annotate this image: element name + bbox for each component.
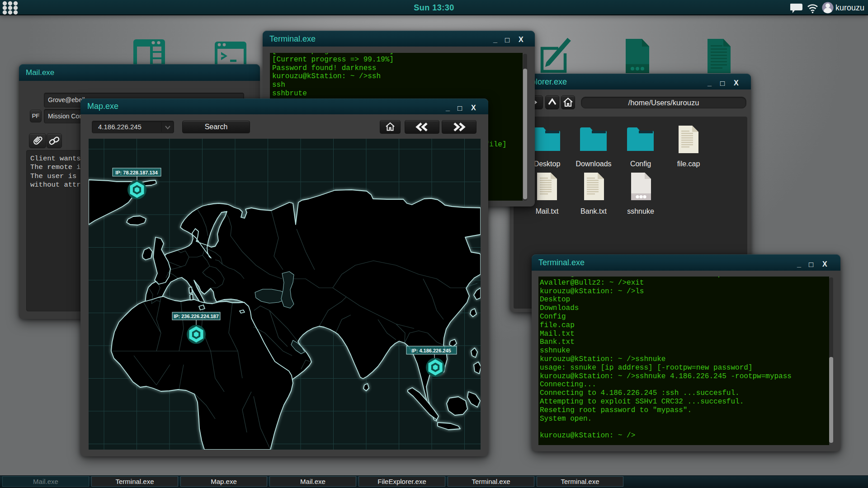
svg-text:IP: 236.226.224.187: IP: 236.226.224.187: [174, 314, 219, 319]
svg-text:IP: 4.186.226.245: IP: 4.186.226.245: [411, 348, 451, 353]
svg-text:IP: 78.228.187.134: IP: 78.228.187.134: [115, 170, 158, 175]
